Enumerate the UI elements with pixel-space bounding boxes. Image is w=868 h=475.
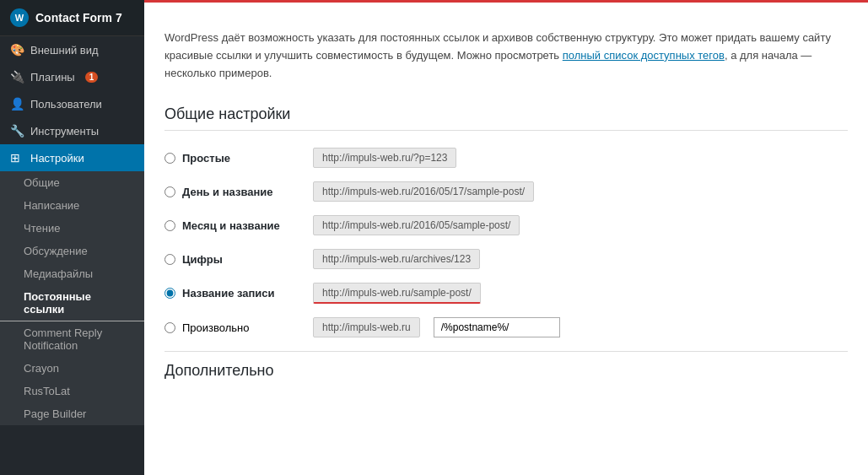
sidebar-item-users[interactable]: 👤 Пользователи (0, 90, 144, 117)
submenu-crayon[interactable]: Crayon (0, 357, 144, 380)
permalink-text-custom: Произвольно (182, 321, 250, 334)
sidebar-item-label: Настройки (30, 152, 84, 165)
permalink-label-custom[interactable]: Произвольно (164, 321, 299, 334)
permalink-url-post-name: http://impuls-web.ru/sample-post/ (313, 283, 481, 304)
permalink-row-post-name: Название записи http://impuls-web.ru/sam… (164, 283, 848, 304)
sidebar-item-plugins[interactable]: 🔌 Плагины 1 (0, 63, 144, 90)
wp-icon: W (10, 8, 29, 27)
permalink-label-month-name[interactable]: Месяц и название (164, 219, 299, 232)
permalink-label-numeric[interactable]: Цифры (164, 253, 299, 266)
sidebar-item-label: Инструменты (30, 125, 99, 138)
tools-icon: 🔧 (10, 124, 24, 138)
sidebar-item-label: Пользователи (30, 98, 102, 111)
submenu-general[interactable]: Общие (0, 171, 144, 194)
permalink-text-month-name: Месяц и название (182, 219, 280, 232)
permalink-text-post-name: Название записи (182, 287, 275, 300)
permalink-row-custom: Произвольно http://impuls-web.ru (164, 317, 848, 337)
submenu-discussion[interactable]: Обсуждение (0, 240, 144, 262)
sidebar-logo-title: Contact Form 7 (35, 11, 122, 24)
permalink-radio-numeric[interactable] (164, 254, 175, 265)
permalink-url-day-name: http://impuls-web.ru/2016/05/17/sample-p… (313, 181, 534, 202)
submenu-reading[interactable]: Чтение (0, 217, 144, 240)
permalink-text-simple: Простые (182, 152, 230, 165)
permalink-row-day-name: День и название http://impuls-web.ru/201… (164, 181, 848, 202)
permalink-url-numeric: http://impuls-web.ru/archives/123 (313, 249, 480, 269)
submenu-rustolat[interactable]: RusToLat (0, 380, 144, 402)
permalink-row-month-name: Месяц и название http://impuls-web.ru/20… (164, 215, 848, 235)
permalink-url-simple: http://impuls-web.ru/?p=123 (313, 148, 456, 168)
permalink-custom-input[interactable] (434, 317, 560, 337)
users-icon: 👤 (10, 97, 24, 111)
description-link[interactable]: полный список доступных тегов (563, 49, 725, 62)
section-title-additional: Дополнительно (164, 351, 848, 380)
permalink-radio-post-name[interactable] (164, 288, 175, 299)
spacer (164, 307, 848, 317)
sidebar-logo: W Contact Form 7 (0, 0, 144, 36)
permalink-custom-url-part: http://impuls-web.ru (313, 317, 420, 337)
sidebar-item-label: Плагины (30, 71, 75, 84)
sidebar-item-label: Внешний вид (30, 44, 99, 57)
settings-submenu: Общие Написание Чтение Обсуждение Медиаф… (0, 171, 144, 425)
appearance-icon: 🎨 (10, 43, 24, 57)
permalink-radio-month-name[interactable] (164, 220, 175, 231)
plugins-badge: 1 (85, 72, 99, 83)
permalink-url-month-name: http://impuls-web.ru/2016/05/sample-post… (313, 215, 520, 235)
section-title-general: Общие настройки (164, 105, 848, 131)
permalink-row-simple: Простые http://impuls-web.ru/?p=123 (164, 148, 848, 168)
permalink-label-simple[interactable]: Простые (164, 152, 299, 165)
settings-icon: ⊞ (10, 151, 24, 165)
sidebar: W Contact Form 7 🎨 Внешний вид 🔌 Плагины… (0, 0, 144, 475)
permalink-label-post-name[interactable]: Название записи (164, 287, 299, 300)
submenu-media[interactable]: Медиафайлы (0, 262, 144, 285)
description: WordPress даёт возможность указать для п… (164, 16, 848, 89)
permalink-text-numeric: Цифры (182, 253, 223, 266)
plugins-icon: 🔌 (10, 70, 24, 84)
permalink-label-day-name[interactable]: День и название (164, 186, 299, 198)
permalink-radio-custom[interactable] (164, 322, 175, 333)
submenu-permalinks[interactable]: Постоянные ссылки (0, 285, 144, 321)
permalink-radio-simple[interactable] (164, 153, 175, 164)
main-content: WordPress даёт возможность указать для п… (144, 0, 868, 475)
submenu-writing[interactable]: Написание (0, 194, 144, 217)
permalink-radio-day-name[interactable] (164, 186, 175, 197)
sidebar-item-appearance[interactable]: 🎨 Внешний вид (0, 36, 144, 63)
sidebar-item-tools[interactable]: 🔧 Инструменты (0, 117, 144, 144)
submenu-page-builder[interactable]: Page Builder (0, 402, 144, 425)
submenu-comment-reply[interactable]: Comment Reply Notification (0, 321, 144, 357)
sidebar-item-settings[interactable]: ⊞ Настройки (0, 144, 144, 171)
permalink-row-numeric: Цифры http://impuls-web.ru/archives/123 (164, 249, 848, 269)
permalink-text-day-name: День и название (182, 186, 273, 198)
